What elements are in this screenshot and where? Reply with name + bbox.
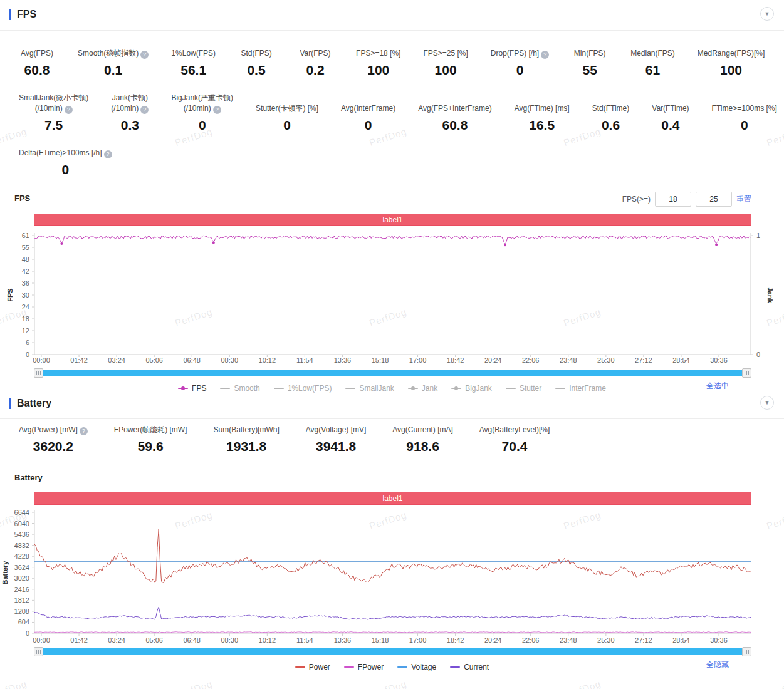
scrollbar-handle-left[interactable] [34, 647, 43, 656]
fps-reset-link[interactable]: 重置 [736, 194, 751, 205]
battery-collapse-button[interactable]: ▼ [760, 396, 774, 410]
help-icon[interactable]: ? [213, 106, 221, 114]
legend-item-fps[interactable]: FPS [178, 383, 206, 393]
scrollbar-handle-left[interactable] [34, 368, 43, 378]
stat-label: Avg(Voltage) [mV] [306, 425, 367, 434]
legend-item-bigjank[interactable]: BigJank [451, 383, 492, 393]
stat-cell: Sum(Battery)[mWh]1931.8 [213, 425, 279, 457]
help-icon[interactable]: ? [104, 150, 112, 158]
x-tick-label: 30:36 [710, 636, 728, 644]
legend-item-fpower[interactable]: FPower [344, 662, 384, 672]
stat-cell: Avg(Voltage) [mV]3941.8 [306, 425, 367, 457]
fps-chart-title: FPS [14, 194, 30, 203]
y-tick-label: 24 [22, 303, 29, 311]
fps-legend: FPSSmooth1%Low(FPS)SmallJankJankBigJankS… [171, 380, 613, 393]
stat-cell: FPS>=18 [%]100 [356, 48, 400, 80]
stat-value: 0 [19, 160, 112, 180]
fps-stats-row-2: SmallJank(微小卡顿)(/10min)?7.5Jank(卡顿)(/10m… [19, 93, 777, 135]
legend-item-voltage[interactable]: Voltage [397, 662, 436, 672]
stat-label: Avg(InterFrame) [341, 104, 395, 113]
legend-item-1-low-fps-[interactable]: 1%Low(FPS) [274, 383, 332, 393]
legend-item-stutter[interactable]: Stutter [506, 383, 541, 393]
scrollbar-handle-right[interactable] [742, 647, 751, 656]
x-tick-label: 00:00 [33, 356, 50, 364]
chevron-down-icon: ▼ [765, 400, 770, 406]
legend-item-smalljank[interactable]: SmallJank [345, 383, 394, 393]
stat-label-line2: (/10min) [111, 104, 139, 113]
stat-label: Stutter(卡顿率) [%] [256, 104, 318, 113]
fps-threshold-input-1[interactable] [655, 192, 691, 207]
series-fpower [34, 632, 751, 633]
y-tick-label: 30 [22, 291, 29, 299]
chevron-down-icon: ▼ [765, 11, 770, 17]
stat-label: Smooth(稳帧指数) [78, 49, 139, 58]
stat-value: 0.6 [592, 115, 630, 135]
battery-hide-all-link[interactable]: 全隐藏 [706, 660, 729, 670]
fps-collapse-button[interactable]: ▼ [760, 7, 774, 21]
y-tick-label: 6 [26, 339, 29, 346]
y-tick-label: 0 [26, 351, 29, 358]
y-tick-label: 4228 [14, 552, 29, 560]
stat-cell: 1%Low(FPS)56.1 [171, 48, 216, 80]
help-icon[interactable]: ? [140, 106, 149, 114]
fps-section-title: FPS [17, 9, 36, 20]
battery-section-header: Battery ▼ [9, 395, 775, 412]
stat-value: 0 [712, 115, 777, 135]
help-icon[interactable]: ? [80, 427, 88, 435]
stat-label-line2: (/10min) [184, 104, 211, 113]
stat-label: Drop(FPS) [/h] [491, 49, 539, 58]
y-tick-label: 6644 [14, 509, 29, 516]
legend-item-interframe[interactable]: InterFrame [555, 383, 606, 393]
legend-item-jank[interactable]: Jank [408, 383, 437, 393]
battery-chart-scrollbar[interactable] [34, 648, 751, 656]
x-tick-label: 10:12 [259, 636, 276, 644]
stat-label: MedRange(FPS)[%] [698, 49, 765, 58]
y-tick-label: 42 [22, 267, 29, 275]
scrollbar-track[interactable] [38, 648, 748, 655]
stat-value: 0 [341, 115, 395, 135]
legend-item-power[interactable]: Power [295, 662, 330, 672]
accent-bar [9, 9, 11, 20]
stat-value: 16.5 [515, 115, 570, 135]
x-tick-label: 05:06 [145, 636, 163, 644]
scrollbar-handle-right[interactable] [742, 368, 751, 378]
stat-label: Sum(Battery)[mWh] [213, 425, 279, 434]
fps-chart[interactable]: 06121824303642485561FPS01Jank00:0001:420… [0, 227, 784, 366]
x-tick-label: 30:36 [710, 356, 728, 364]
legend-marker-icon [397, 666, 407, 668]
x-tick-label: 08:30 [221, 636, 239, 644]
fps-chart-scrollbar[interactable] [34, 369, 751, 377]
help-icon[interactable]: ? [140, 51, 149, 59]
stat-cell: Min(FPS)55 [572, 48, 608, 80]
x-tick-label: 01:42 [70, 356, 88, 364]
stat-cell: Delta(FTime)>100ms [/h]?0 [19, 148, 112, 180]
x-tick-label: 17:00 [409, 636, 427, 644]
legend-marker-icon [344, 666, 354, 668]
legend-item-smooth[interactable]: Smooth [220, 383, 259, 393]
help-icon[interactable]: ? [541, 51, 549, 59]
stat-label: Avg(Power) [mW] [19, 425, 78, 434]
legend-item-current[interactable]: Current [450, 662, 489, 672]
fps-select-all-link[interactable]: 全选中 [706, 381, 729, 391]
y-tick-label: 604 [18, 618, 29, 626]
x-tick-label: 03:24 [108, 356, 125, 364]
fps-threshold-input-2[interactable] [696, 192, 732, 207]
stat-value: 100 [356, 60, 400, 80]
stat-label: Jank(卡顿) [112, 93, 148, 102]
scrollbar-track[interactable] [38, 370, 748, 376]
battery-chart[interactable]: 0604120818122416302036244228483254366040… [0, 505, 784, 647]
stat-cell: FPower(帧能耗) [mW]59.6 [114, 425, 187, 457]
x-tick-label: 06:48 [183, 636, 201, 644]
stat-label-line2: (/10min) [35, 104, 63, 113]
legend-marker-icon [408, 388, 418, 389]
y-tick-label: 3020 [14, 574, 29, 582]
y-tick-label: 0 [26, 629, 29, 637]
stat-value: 70.4 [479, 437, 550, 457]
x-tick-label: 25:30 [597, 356, 615, 364]
help-icon[interactable]: ? [65, 106, 73, 114]
x-tick-label: 05:06 [145, 356, 163, 364]
stat-label: 1%Low(FPS) [171, 49, 216, 58]
battery-legend-row: PowerFPowerVoltageCurrent 全隐藏 [0, 659, 784, 670]
stat-label: Avg(BatteryLevel)[%] [479, 425, 550, 434]
fps-stats-row-3: Delta(FTime)>100ms [/h]?0 [19, 148, 112, 180]
